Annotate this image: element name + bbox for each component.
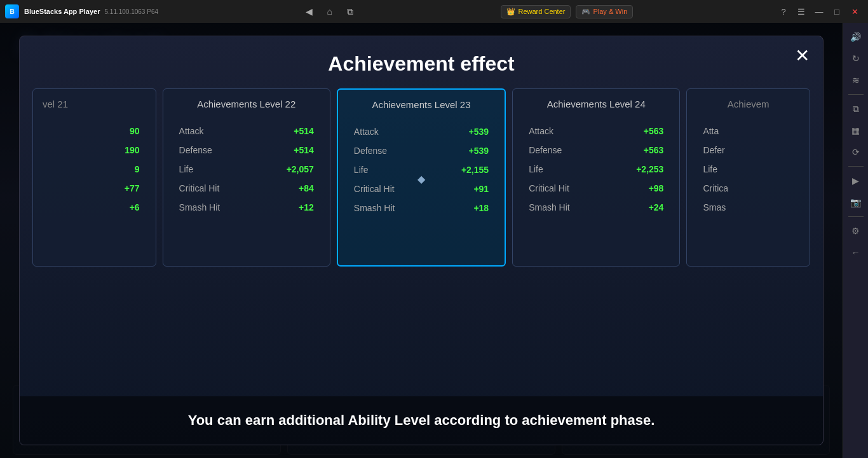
sidebar-divider-3 [848, 216, 864, 217]
game-area: Achievement 0 188 45,225 Du [0, 23, 843, 458]
footer-text: You can earn additional Ability Level ac… [39, 412, 804, 429]
main-content: Achievement 0 188 45,225 Du [0, 23, 868, 458]
card-level21[interactable]: vel 21 90 190 9 +77 [32, 88, 156, 267]
card-level25-title: Achievem [696, 99, 800, 109]
nav-buttons: ◀ ⌂ ⧉ [301, 3, 359, 20]
stat-row: Life +2,057 [173, 162, 320, 176]
card-level21-title: vel 21 [43, 99, 146, 109]
stat-row: +6 [43, 200, 146, 214]
modal-footer: You can earn additional Ability Level ac… [20, 396, 823, 445]
reward-center-button[interactable]: 👑 Reward Center [501, 5, 571, 18]
minimize-menu-button[interactable]: ☰ [793, 3, 810, 20]
stat-row: Defense +563 [522, 143, 670, 157]
stat-row: Attack +563 [522, 124, 670, 138]
app-close-button[interactable]: ✕ [846, 3, 863, 20]
app-title: BlueStacks App Player 5.11.100.1063 P64 [24, 8, 158, 15]
bluestacks-logo: B [5, 4, 19, 18]
center-buttons: 👑 Reward Center 🎮 Play & Win [501, 5, 633, 18]
modal-close-button[interactable]: ✕ [790, 44, 813, 67]
chart-sidebar-icon[interactable]: ▦ [847, 121, 865, 139]
stat-row: Smash Hit +24 [522, 200, 670, 214]
bluestacks-topbar: B BlueStacks App Player 5.11.100.1063 P6… [0, 0, 868, 23]
home-button[interactable]: ⌂ [321, 3, 339, 20]
maximize-button[interactable]: □ [829, 3, 845, 20]
stat-row: Life +2,253 [522, 162, 670, 176]
back-button[interactable]: ◀ [301, 3, 318, 20]
stat-row: 190 [43, 143, 146, 157]
stat-row: 9 [43, 162, 146, 176]
stat-row: Critica [696, 181, 800, 195]
app-info: B BlueStacks App Player 5.11.100.1063 P6… [5, 4, 158, 18]
stat-row: Smas [696, 200, 800, 214]
sidebar-divider-1 [848, 94, 864, 95]
stat-row: Critical Hit +84 [173, 181, 320, 195]
stat-row: +77 [43, 181, 146, 195]
shake-sidebar-icon[interactable]: ≋ [847, 71, 865, 89]
help-button[interactable]: ? [775, 3, 792, 20]
diamond-indicator: ◆ [417, 173, 425, 185]
camera-sidebar-icon[interactable]: 📷 [847, 193, 865, 211]
card-level25[interactable]: Achievem Atta Defer Life Critica [686, 88, 810, 267]
sidebar-divider-2 [848, 166, 864, 167]
stat-row: Life [696, 162, 800, 176]
back-sidebar-icon[interactable]: ← [847, 244, 865, 261]
card-level22[interactable]: Achievements Level 22 Attack +514 Defens… [163, 88, 330, 267]
video-sidebar-icon[interactable]: ▶ [847, 172, 865, 190]
crown-icon: 👑 [506, 8, 515, 16]
stat-row: Attack +539 [348, 125, 495, 139]
stat-row: 90 [43, 124, 146, 138]
stat-row: Defense +539 [348, 144, 495, 158]
stat-row: Atta [696, 124, 800, 138]
card-level24-title: Achievements Level 24 [522, 99, 670, 109]
tabs-button[interactable]: ⧉ [341, 3, 359, 20]
rotate-sidebar-icon[interactable]: ↻ [847, 50, 865, 67]
achievement-effect-modal: ✕ Achievement effect vel 21 90 190 [19, 36, 824, 445]
modal-title: Achievement effect [20, 36, 823, 88]
stat-row: Critical Hit +98 [522, 181, 670, 195]
stat-row: Defer [696, 143, 800, 157]
stat-row: Attack +514 [173, 124, 320, 138]
minimize-button[interactable]: — [811, 3, 827, 20]
card-level22-title: Achievements Level 22 [173, 99, 320, 109]
play-win-button[interactable]: 🎮 Play & Win [576, 5, 633, 18]
macro-sidebar-icon[interactable]: ⟳ [847, 143, 865, 161]
settings-sidebar-icon[interactable]: ⚙ [847, 222, 865, 240]
stat-row: Defense +514 [173, 143, 320, 157]
right-sidebar: 🔊 ↻ ≋ ⧉ ▦ ⟳ ▶ 📷 ⚙ ← [843, 23, 868, 458]
stat-row: Smash Hit +12 [173, 200, 320, 214]
card-level24[interactable]: Achievements Level 24 Attack +563 Defens… [512, 88, 680, 267]
layers-sidebar-icon[interactable]: ⧉ [847, 100, 865, 118]
volume-sidebar-icon[interactable]: 🔊 [847, 28, 865, 46]
card-level23-title: Achievements Level 23 [348, 99, 495, 110]
play-icon: 🎮 [581, 8, 590, 16]
stat-row: Smash Hit +18 [348, 201, 495, 215]
window-controls: ? ☰ — □ ✕ [775, 3, 863, 20]
